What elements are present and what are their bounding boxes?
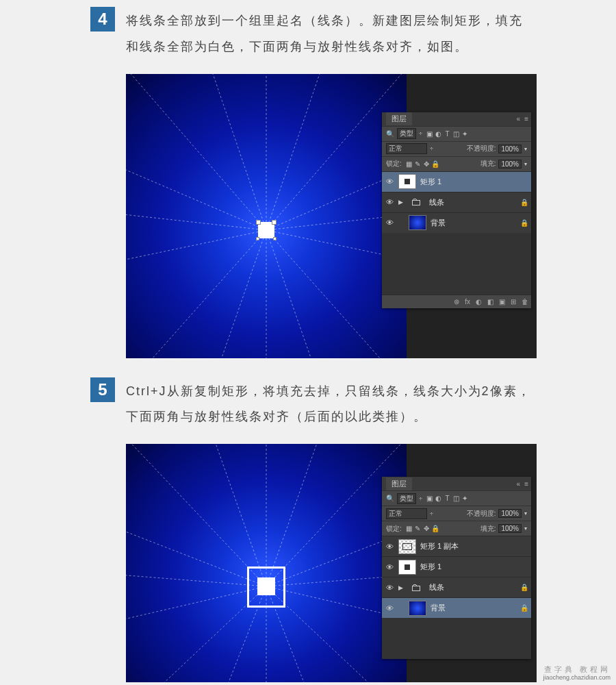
layer-item-rect1[interactable]: 👁 矩形 1 (382, 171, 531, 192)
layer-item-rect1-copy[interactable]: 👁 矩形 1 副本 (382, 536, 531, 556)
svg-line-11 (126, 230, 266, 279)
svg-line-7 (266, 230, 331, 358)
panel-title[interactable]: 图层 (386, 477, 412, 490)
fill-value[interactable]: 100% (498, 524, 522, 533)
trash-icon[interactable]: 🗑 (522, 298, 528, 306)
fx-icon[interactable]: fx (465, 298, 470, 306)
search-icon[interactable]: 🔍 (386, 130, 394, 138)
visibility-icon[interactable]: 👁 (385, 604, 394, 612)
layer-item-rect1[interactable]: 👁 矩形 1 (382, 556, 531, 577)
layer-name[interactable]: 线条 (429, 582, 444, 593)
layer-list: 👁 矩形 1 👁 ▶ 🗀 线条 🔒 👁 (382, 171, 531, 295)
lock-icon[interactable]: 🔒 (520, 604, 528, 612)
lock-icon[interactable]: 🔒 (520, 199, 528, 206)
visibility-icon[interactable]: 👁 (385, 584, 394, 592)
link-layers-icon[interactable]: ⊛ (454, 298, 459, 306)
fill-label: 填充: (480, 524, 496, 534)
chevron-right-icon[interactable]: ▶ (398, 584, 403, 591)
panel-menu-icon[interactable]: ≡ (524, 480, 528, 488)
radial-guides (126, 74, 407, 358)
filter-icons[interactable]: ▣◐T◫✦ (425, 129, 470, 138)
panel-title[interactable]: 图层 (386, 112, 412, 125)
layer-thumbnail (409, 601, 426, 616)
figure-step-5: 图层 «≡ 🔍 类型 ÷ ▣◐T◫✦ 正常 ÷ 不透明度: 100% (126, 444, 537, 682)
step-header-5: 5 Ctrl+J从新复制矩形，将填充去掉，只留线条，线条大小为2像素，下面两角与… (90, 377, 534, 431)
layer-name[interactable]: 矩形 1 副本 (420, 541, 459, 551)
lock-row: 锁定: ▦✎✥🔒 填充: 100% ▾ (382, 156, 531, 171)
canvas-area (126, 74, 407, 358)
lock-icon[interactable]: 🔒 (520, 584, 528, 591)
lock-icon[interactable]: 🔒 (520, 219, 528, 227)
visibility-icon[interactable]: 👁 (385, 219, 394, 227)
center-rectangle[interactable] (258, 222, 274, 238)
panel-tab-bar: 图层 «≡ (382, 477, 531, 490)
new-layer-icon[interactable]: ⊞ (511, 298, 516, 306)
panel-footer: ⊛ fx ◐ ◧ ▣ ⊞ 🗑 (382, 295, 531, 308)
layer-thumbnail (398, 174, 416, 189)
lock-label: 锁定: (386, 524, 402, 534)
layers-panel: 图层 «≡ 🔍 类型 ÷ ▣◐T◫✦ 正常 ÷ 不透明度: 100% (382, 112, 531, 308)
blend-mode-dropdown[interactable]: 正常 (386, 143, 427, 154)
svg-line-14 (126, 74, 266, 230)
step-text: Ctrl+J从新复制矩形，将填充去掉，只留线条，线条大小为2像素，下面两角与放射… (126, 377, 534, 431)
step-text: 将线条全部放到一个组里起名（线条）。新建图层绘制矩形，填充和线条全部为白色，下面… (126, 7, 534, 60)
layer-name[interactable]: 背景 (431, 603, 446, 613)
svg-line-28 (126, 567, 266, 586)
svg-line-12 (126, 204, 266, 230)
opacity-value[interactable]: 100% (498, 145, 522, 153)
opacity-label: 不透明度: (467, 144, 496, 153)
visibility-icon[interactable]: 👁 (385, 177, 394, 186)
watermark-title: 查字典 教程网 (543, 664, 611, 674)
watermark-url: jiaocheng.chazidian.com (543, 674, 611, 682)
panel-collapse-icon[interactable]: « (517, 115, 521, 123)
layer-thumbnail (409, 215, 426, 230)
adjustment-icon[interactable]: ◧ (487, 298, 493, 306)
svg-line-15 (201, 74, 266, 230)
layer-name[interactable]: 线条 (429, 197, 444, 208)
layers-panel: 图层 «≡ 🔍 类型 ÷ ▣◐T◫✦ 正常 ÷ 不透明度: 100% (382, 477, 531, 659)
panel-tab-bar: 图层 «≡ (382, 112, 531, 126)
panel-collapse-icon[interactable]: « (517, 480, 521, 488)
opacity-label: 不透明度: (467, 509, 496, 519)
blend-mode-dropdown[interactable]: 正常 (386, 508, 427, 519)
search-icon[interactable]: 🔍 (386, 495, 394, 502)
layer-item-background[interactable]: 👁 背景 🔒 (382, 597, 531, 618)
filter-row: 🔍 类型 ÷ ▣◐T◫✦ (382, 126, 531, 141)
layer-name[interactable]: 矩形 1 (420, 562, 441, 572)
mask-icon[interactable]: ◐ (476, 298, 482, 306)
step-number-badge: 5 (90, 377, 115, 402)
layer-name[interactable]: 背景 (431, 218, 446, 228)
filter-icons[interactable]: ▣◐T◫✦ (425, 494, 470, 503)
opacity-value[interactable]: 100% (498, 509, 522, 518)
filter-type-dropdown[interactable]: 类型 (397, 493, 416, 504)
folder-icon: 🗀 (407, 580, 425, 595)
svg-line-27 (126, 586, 266, 643)
svg-line-1 (266, 74, 331, 230)
layer-item-lines-group[interactable]: 👁 ▶ 🗀 线条 🔒 (382, 577, 531, 597)
step-header-4: 4 将线条全部放到一个组里起名（线条）。新建图层绘制矩形，填充和线条全部为白色，… (90, 7, 534, 60)
blend-row: 正常 ÷ 不透明度: 100% ▾ (382, 506, 531, 521)
layer-item-background[interactable]: 👁 背景 🔒 (382, 212, 531, 233)
fill-label: 填充: (480, 159, 496, 169)
layer-item-lines-group[interactable]: 👁 ▶ 🗀 线条 🔒 (382, 192, 531, 212)
visibility-icon[interactable]: 👁 (385, 198, 394, 206)
radial-guides (126, 444, 407, 682)
center-rectangle-fill[interactable] (257, 577, 275, 595)
visibility-icon[interactable]: 👁 (385, 543, 394, 551)
fill-value[interactable]: 100% (498, 160, 522, 169)
layer-thumbnail (398, 560, 416, 575)
svg-line-29 (126, 492, 266, 586)
layer-name[interactable]: 矩形 1 (420, 177, 441, 187)
lock-icons[interactable]: ▦✎✥🔒 (405, 160, 440, 169)
visibility-icon[interactable]: 👁 (385, 563, 394, 571)
panel-menu-icon[interactable]: ≡ (524, 115, 528, 123)
chevron-right-icon[interactable]: ▶ (398, 199, 403, 206)
figure-step-4: 图层 «≡ 🔍 类型 ÷ ▣◐T◫✦ 正常 ÷ 不透明度: 100% (126, 74, 537, 358)
svg-line-30 (126, 444, 266, 586)
lock-icons[interactable]: ▦✎✥🔒 (405, 524, 440, 533)
group-icon[interactable]: ▣ (499, 298, 505, 306)
filter-type-dropdown[interactable]: 类型 (397, 128, 416, 139)
lock-label: 锁定: (386, 159, 402, 169)
folder-icon: 🗀 (407, 195, 425, 210)
svg-line-9 (201, 230, 266, 358)
